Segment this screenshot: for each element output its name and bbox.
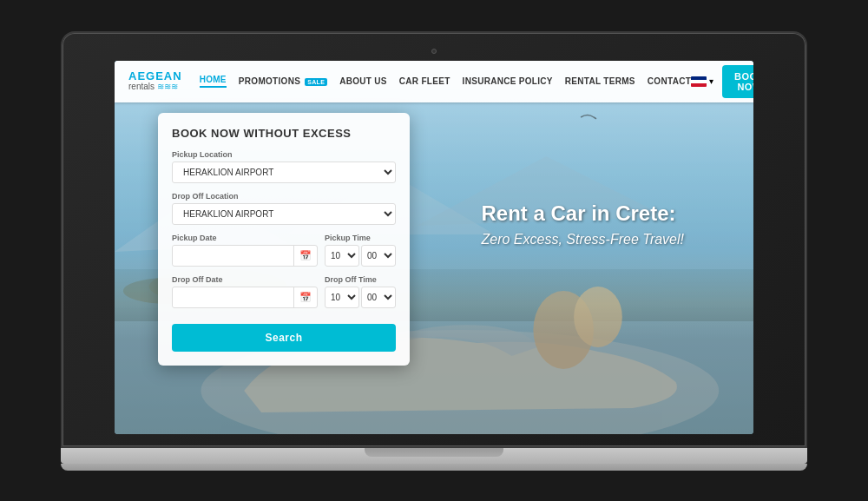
- search-button[interactable]: Search: [172, 324, 396, 352]
- svg-point-9: [574, 287, 622, 347]
- dropoff-date-input-wrapper: 📅: [172, 287, 318, 308]
- site-logo: AEGEAN rentals ≋≋≋: [128, 70, 182, 92]
- dropoff-location-label: Drop Off Location: [172, 192, 396, 201]
- laptop-camera: [431, 49, 437, 54]
- dropoff-date-calendar-icon[interactable]: 📅: [293, 287, 317, 307]
- dropoff-date-label: Drop Off Date: [172, 275, 318, 284]
- nav-items: HOME PROMOTIONS SALE ABOUT US CAR FLEET …: [200, 75, 691, 88]
- hero-subtitle: Zero Excess, Stress-Free Travel!: [481, 232, 684, 247]
- form-title: BOOK NOW WITHOUT EXCESS: [172, 127, 396, 140]
- pickup-location-group: Pickup Location HERAKLION AIRPORT CHANIA…: [172, 150, 396, 183]
- pickup-time-minute-select[interactable]: 00 153045: [361, 245, 396, 267]
- navbar: AEGEAN rentals ≋≋≋ HOME PROMOTIONS SALE …: [115, 61, 753, 102]
- pickup-time-hour-select[interactable]: 10 00010203 04050607 08091112 13141516 1…: [325, 245, 359, 267]
- logo-sub: rentals ≋≋≋: [128, 82, 178, 92]
- logo-waves: ≋≋≋: [157, 82, 178, 91]
- pickup-time-label: Pickup Time: [325, 234, 396, 242]
- nav-home[interactable]: HOME: [200, 75, 227, 88]
- booking-form: BOOK NOW WITHOUT EXCESS Pickup Location …: [158, 113, 410, 366]
- nav-insurance[interactable]: INSURANCE POLICY: [463, 76, 553, 86]
- pickup-location-select[interactable]: HERAKLION AIRPORT CHANIA AIRPORT RETHYMN…: [172, 162, 396, 183]
- nav-promotions[interactable]: PROMOTIONS SALE: [239, 76, 327, 86]
- dropoff-time-hour-select[interactable]: 10 00010203 04050607 08091112 13141516 1…: [325, 287, 359, 308]
- nav-contact[interactable]: CONTACT: [648, 76, 691, 86]
- language-selector[interactable]: ▾: [691, 76, 713, 87]
- dropoff-time-group: Drop Off Time 10 00010203 04050607 08091…: [325, 275, 396, 308]
- pickup-date-calendar-icon[interactable]: 📅: [293, 246, 317, 266]
- dropoff-date-input[interactable]: [173, 288, 293, 307]
- dropoff-date-time-row: Drop Off Date 📅 Drop Off Time 10: [172, 275, 396, 317]
- dropoff-time-minute-select[interactable]: 00 153045: [361, 287, 396, 308]
- pickup-location-label: Pickup Location: [172, 150, 396, 159]
- pickup-date-input[interactable]: [173, 247, 293, 265]
- pickup-date-input-wrapper: 📅: [172, 245, 318, 267]
- laptop-screen: Rent a Car in Crete: Zero Excess, Stress…: [115, 61, 753, 434]
- book-now-button[interactable]: BOOK NOW: [722, 65, 753, 98]
- sale-badge: SALE: [305, 78, 327, 86]
- dropoff-time-label: Drop Off Time: [325, 275, 396, 284]
- nav-about[interactable]: ABOUT US: [339, 76, 387, 86]
- laptop-bottom: [61, 464, 807, 471]
- website: Rent a Car in Crete: Zero Excess, Stress…: [115, 61, 753, 434]
- logo-brand: AEGEAN: [128, 70, 182, 82]
- pickup-time-group: Pickup Time 10 00010203 04050607 0809111…: [325, 234, 396, 267]
- pickup-time-selects: 10 00010203 04050607 08091112 13141516 1…: [325, 245, 396, 267]
- nav-terms[interactable]: RENTAL TERMS: [565, 76, 635, 86]
- dropoff-location-select[interactable]: HERAKLION AIRPORT CHANIA AIRPORT RETHYMN…: [172, 203, 396, 225]
- dropoff-time-selects: 10 00010203 04050607 08091112 13141516 1…: [325, 287, 396, 308]
- pickup-date-label: Pickup Date: [172, 234, 318, 242]
- flag-icon: [691, 76, 707, 87]
- pickup-date-time-row: Pickup Date 📅 Pickup Time 10: [172, 234, 396, 275]
- hero-title: Rent a Car in Crete:: [481, 200, 684, 227]
- flag-dropdown-arrow: ▾: [709, 76, 713, 86]
- laptop-base: [61, 448, 807, 464]
- dropoff-location-group: Drop Off Location HERAKLION AIRPORT CHAN…: [172, 192, 396, 225]
- nav-fleet[interactable]: CAR FLEET: [399, 76, 450, 86]
- laptop-shell: Rent a Car in Crete: Zero Excess, Stress…: [61, 31, 807, 471]
- dropoff-date-group: Drop Off Date 📅: [172, 275, 318, 308]
- pickup-date-group: Pickup Date 📅: [172, 234, 318, 267]
- laptop-bezel: Rent a Car in Crete: Zero Excess, Stress…: [61, 31, 807, 448]
- hero-text: Rent a Car in Crete: Zero Excess, Stress…: [481, 200, 684, 247]
